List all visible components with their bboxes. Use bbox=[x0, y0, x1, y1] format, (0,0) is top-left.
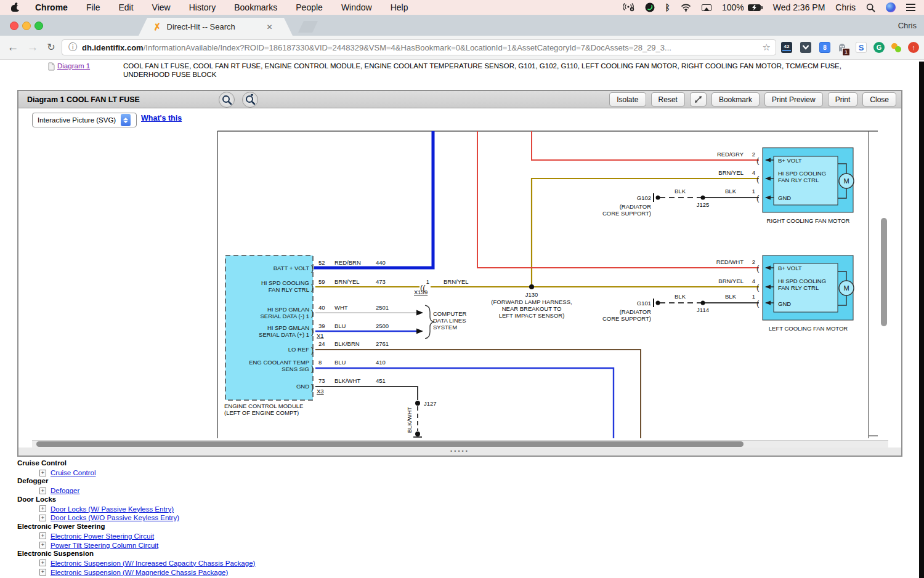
whats-this-link[interactable]: What's this bbox=[141, 114, 182, 122]
wire-name: RED/BRN bbox=[334, 259, 361, 266]
wifi-icon[interactable] bbox=[681, 4, 691, 12]
extension-uparrow-icon[interactable]: ↑ bbox=[908, 42, 919, 53]
extension-grammarly-icon[interactable]: G bbox=[873, 42, 885, 53]
wiring-diagram-svg[interactable]: BATT + VOLT HI SPD COOLING FAN RLY CTRL … bbox=[31, 126, 887, 439]
menu-app-name[interactable]: Chrome bbox=[35, 2, 68, 12]
site-info-icon[interactable]: ⓘ bbox=[68, 42, 77, 53]
fan-pin-label: B+ VOLT bbox=[778, 265, 802, 271]
wire-name: BRN/YEL bbox=[718, 169, 744, 176]
expand-plus-icon[interactable]: + bbox=[39, 569, 46, 576]
menu-bookmarks[interactable]: Bookmarks bbox=[234, 2, 277, 12]
ecm-pin-label: SENS SIG bbox=[282, 366, 309, 372]
category-link[interactable]: Defogger bbox=[51, 487, 79, 494]
tab-close-icon[interactable]: ✕ bbox=[267, 23, 273, 31]
j130-note: NEAR BREAKOUT TO bbox=[502, 305, 562, 312]
menu-help[interactable]: Help bbox=[391, 2, 408, 12]
extension-tag-icon[interactable]: 8 bbox=[819, 42, 830, 53]
extension-ghostery-icon[interactable]: 1 bbox=[837, 42, 848, 53]
window-close-button[interactable] bbox=[10, 22, 18, 30]
hotspot-icon[interactable] bbox=[623, 3, 634, 12]
fan-connector-icon: ( bbox=[756, 263, 760, 273]
window-minimize-button[interactable] bbox=[22, 22, 31, 30]
extension-pocket-icon[interactable] bbox=[800, 42, 811, 53]
menu-window[interactable]: Window bbox=[341, 2, 372, 12]
spotlight-search-icon[interactable] bbox=[866, 3, 875, 12]
resize-handle[interactable]: ••••• bbox=[18, 448, 901, 456]
bookmark-button[interactable]: Bookmark bbox=[711, 92, 760, 106]
extension-dots-icon[interactable] bbox=[891, 42, 902, 53]
menu-view[interactable]: View bbox=[152, 2, 171, 12]
notification-center-icon[interactable] bbox=[906, 4, 915, 11]
category-link[interactable]: Door Locks (W/O Passive Keyless Entry) bbox=[51, 514, 179, 521]
apple-menu-icon[interactable] bbox=[11, 3, 19, 12]
ecm-pin-label: HI SPD GMLAN bbox=[267, 324, 309, 331]
ground-id: G101 bbox=[637, 300, 651, 307]
zoom-in-button[interactable] bbox=[242, 92, 258, 108]
diagram-viewer-header: Diagram 1 COOL FAN LT FUSE Isolate Reset… bbox=[18, 91, 901, 108]
extension-42-icon[interactable]: 42 bbox=[781, 42, 792, 53]
pin-number: 4 bbox=[752, 278, 755, 284]
close-button[interactable]: Close bbox=[862, 92, 896, 106]
fullscreen-button[interactable] bbox=[690, 92, 707, 106]
menu-people[interactable]: People bbox=[296, 2, 323, 12]
pin-connector-icon: ) bbox=[311, 345, 314, 355]
fan-connector-icon: ( bbox=[756, 299, 760, 308]
print-button[interactable]: Print bbox=[828, 92, 858, 106]
extension-42-label: 42 bbox=[784, 44, 790, 49]
category-link[interactable]: Power Tilt Steering Column Circuit bbox=[51, 542, 158, 549]
diagram-1-link[interactable]: Diagram 1 bbox=[57, 62, 90, 70]
category-header: Electronic Power Steering bbox=[17, 523, 880, 532]
view-type-select[interactable]: Interactive Picture (SVG) bbox=[32, 113, 137, 127]
bookmark-star-icon[interactable]: ☆ bbox=[763, 42, 771, 53]
profile-name[interactable]: Chris bbox=[898, 21, 917, 30]
extension-tag-label: 8 bbox=[823, 44, 827, 51]
app-status-icon[interactable] bbox=[645, 2, 655, 12]
menu-user[interactable]: Chris bbox=[835, 2, 856, 12]
airplay-display-icon[interactable] bbox=[702, 4, 711, 11]
ecm-pin-label: ENG COOLANT TEMP bbox=[249, 359, 309, 366]
expand-plus-icon[interactable]: + bbox=[39, 532, 46, 539]
category-link[interactable]: Electronic Suspension (W/ Increased Capa… bbox=[51, 560, 255, 567]
category-link[interactable]: Cruise Control bbox=[51, 469, 96, 476]
window-zoom-button[interactable] bbox=[34, 22, 43, 30]
menu-clock[interactable]: Wed 2:36 PM bbox=[773, 2, 825, 12]
fan-connector-icon: ( bbox=[756, 193, 760, 203]
expand-plus-icon[interactable]: + bbox=[39, 515, 46, 521]
new-tab-button[interactable] bbox=[298, 21, 318, 33]
expand-plus-icon[interactable]: + bbox=[39, 470, 46, 476]
expand-plus-icon[interactable]: + bbox=[39, 560, 46, 566]
battery-icon[interactable] bbox=[748, 4, 763, 11]
fan-pin-label: GND bbox=[778, 300, 791, 307]
siri-icon[interactable] bbox=[886, 2, 896, 12]
category-link[interactable]: Door Locks (W/ Passive Keyless Entry) bbox=[51, 505, 174, 513]
category-link[interactable]: Electronic Power Steering Circuit bbox=[51, 532, 154, 540]
isolate-button[interactable]: Isolate bbox=[609, 92, 646, 106]
extension-s-icon[interactable]: S bbox=[856, 42, 867, 53]
connector-id: X3 bbox=[317, 388, 324, 395]
pin-number: 2 bbox=[752, 259, 755, 265]
reset-button[interactable]: Reset bbox=[651, 92, 685, 106]
back-button[interactable]: ← bbox=[5, 39, 21, 55]
zoom-out-button[interactable] bbox=[219, 92, 235, 108]
wire-name: RED/GRY bbox=[717, 151, 744, 158]
browser-tab[interactable]: ✗ Direct-Hit -- Search ✕ bbox=[139, 18, 293, 36]
category-link[interactable]: Electronic Suspension (W/ Magneride Chas… bbox=[51, 569, 228, 576]
wire-name: BLK bbox=[675, 293, 686, 300]
chrome-tab-strip: ✗ Direct-Hit -- Search ✕ Chris bbox=[0, 15, 924, 36]
forward-button[interactable]: → bbox=[25, 39, 41, 55]
horizontal-scrollbar-thumb[interactable] bbox=[36, 441, 744, 447]
print-preview-button[interactable]: Print Preview bbox=[764, 92, 823, 106]
address-bar[interactable]: ⓘ dh.identifix.com/InformationAvailable/… bbox=[62, 39, 776, 55]
expand-plus-icon[interactable]: + bbox=[39, 505, 46, 512]
pin-connector-icon: ) bbox=[311, 263, 314, 273]
reload-button[interactable]: ↻ bbox=[43, 39, 59, 55]
expand-plus-icon[interactable]: + bbox=[39, 542, 46, 548]
wire-name: BLU bbox=[334, 323, 346, 329]
expand-plus-icon[interactable]: + bbox=[39, 488, 46, 494]
bluetooth-icon[interactable]: ᛒ bbox=[665, 2, 670, 12]
menu-edit[interactable]: Edit bbox=[118, 2, 133, 12]
menu-history[interactable]: History bbox=[189, 2, 216, 12]
menu-file[interactable]: File bbox=[86, 2, 100, 12]
select-stepper-icon bbox=[121, 114, 131, 126]
ecm-pin-label: GND bbox=[296, 383, 309, 390]
